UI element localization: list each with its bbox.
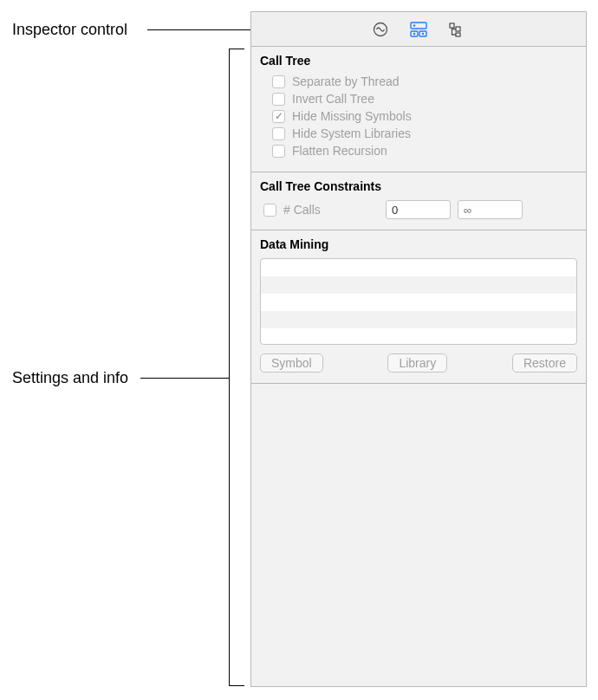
list-item bbox=[261, 276, 576, 294]
section-data-mining: Data Mining Symbol Library Restore bbox=[251, 230, 586, 384]
option-label: Invert Call Tree bbox=[292, 92, 374, 106]
restore-button[interactable]: Restore bbox=[512, 353, 577, 373]
data-mining-buttons: Symbol Library Restore bbox=[260, 353, 577, 373]
option-hide-missing-symbols[interactable]: Hide Missing Symbols bbox=[272, 109, 577, 123]
svg-point-6 bbox=[422, 32, 424, 34]
svg-point-4 bbox=[413, 24, 415, 26]
annotation-line-2 bbox=[140, 378, 229, 379]
checkbox-icon[interactable] bbox=[272, 145, 285, 158]
inspector-tab-display-icon[interactable] bbox=[410, 21, 427, 38]
option-hide-system-libraries[interactable]: Hide System Libraries bbox=[272, 126, 577, 140]
checkbox-icon[interactable] bbox=[272, 110, 285, 123]
option-label: Flatten Recursion bbox=[292, 144, 387, 158]
svg-rect-8 bbox=[456, 27, 460, 31]
section-call-tree: Call Tree Separate by Thread Invert Call… bbox=[251, 47, 586, 172]
section-constraints: Call Tree Constraints # Calls bbox=[251, 172, 586, 230]
inspector-toolbar bbox=[251, 12, 586, 47]
option-label: Hide Missing Symbols bbox=[292, 109, 412, 123]
section-title-data-mining: Data Mining bbox=[260, 237, 577, 251]
inspector-tab-record-icon[interactable] bbox=[372, 21, 389, 38]
svg-rect-9 bbox=[456, 33, 460, 36]
section-title-call-tree: Call Tree bbox=[260, 54, 577, 68]
list-item bbox=[261, 294, 576, 311]
symbol-button[interactable]: Symbol bbox=[260, 353, 323, 373]
data-mining-list[interactable] bbox=[260, 258, 577, 345]
constraint-max-input[interactable] bbox=[458, 200, 523, 219]
checkbox-icon[interactable] bbox=[272, 127, 285, 140]
option-label: Hide System Libraries bbox=[292, 126, 411, 140]
list-item bbox=[261, 311, 576, 328]
option-separate-by-thread[interactable]: Separate by Thread bbox=[272, 75, 577, 88]
option-label: Separate by Thread bbox=[292, 75, 400, 88]
svg-rect-1 bbox=[411, 23, 426, 29]
list-item bbox=[261, 328, 576, 345]
inspector-panel: Call Tree Separate by Thread Invert Call… bbox=[250, 11, 587, 687]
checkbox-icon[interactable] bbox=[272, 93, 285, 106]
constraint-calls-label: # Calls bbox=[283, 203, 379, 217]
svg-rect-7 bbox=[450, 23, 454, 28]
inspector-tab-extended-icon[interactable] bbox=[448, 21, 465, 38]
section-title-constraints: Call Tree Constraints bbox=[260, 179, 577, 193]
constraint-min-input[interactable] bbox=[386, 200, 451, 219]
constraint-calls-row: # Calls bbox=[263, 200, 577, 219]
svg-point-5 bbox=[413, 32, 415, 34]
checkbox-icon[interactable] bbox=[263, 204, 276, 217]
checkbox-icon[interactable] bbox=[272, 75, 285, 88]
library-button[interactable]: Library bbox=[387, 353, 447, 373]
annotation-inspector-control: Inspector control bbox=[12, 21, 127, 39]
option-invert-call-tree[interactable]: Invert Call Tree bbox=[272, 92, 577, 106]
option-flatten-recursion[interactable]: Flatten Recursion bbox=[272, 144, 577, 158]
annotation-bracket bbox=[229, 49, 244, 686]
annotation-settings-info: Settings and info bbox=[12, 369, 128, 387]
list-item bbox=[261, 259, 576, 276]
